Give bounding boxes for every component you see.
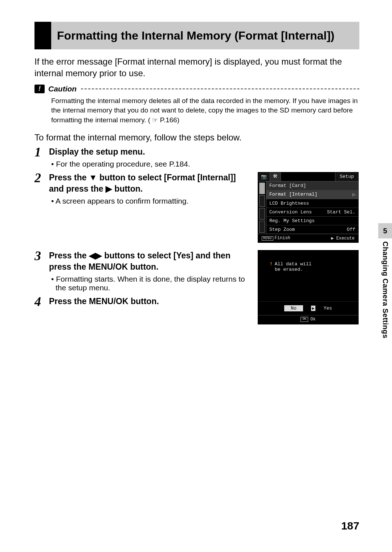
lcd-menu-row: Step Zoom Off [266,225,358,234]
lcd-setup-menu: 📷 🛠 Setup Format [Card [258,172,359,243]
chapter-thumb-tab: 5 Changing Camera Settings [378,223,392,339]
step-note: For the operating procedure, see P.184. [49,160,359,168]
menu-badge-icon: MENU [262,236,273,241]
caution-heading-row: ! Caution [34,85,359,93]
play-icon: ▶ [331,236,334,241]
step-title-part: button. [112,184,143,193]
section-title-block: Formatting the Internal Memory (Format [… [34,22,359,49]
lcd-menu-row: Format [Card] [266,181,358,190]
menu-item-label: Format [Internal] [269,192,318,197]
lcd-scroll-indicator [258,181,266,234]
chapter-number: 5 [378,223,392,238]
step-title-part: Press the [49,251,89,260]
caution-text-after: ) [177,116,179,124]
lcd-message-box: !All data will be erased. [258,250,358,301]
menu-item-value: Start Sel. [327,209,355,215]
down-arrow-symbol: ▼ [89,173,97,182]
lcd-tab-setup: Setup [335,172,358,181]
lcd-confirm-dialog: !All data will be erased. No ▶ Yes OK Ok [258,250,359,324]
step-title: Press the ◀▶ buttons to select [Yes] and… [49,250,249,273]
step-number: 3 [34,249,49,262]
caution-label: Caution [48,85,77,93]
scroll-seg [259,183,265,194]
caution-ref: P.166 [160,116,177,124]
crossref-icon: ☞ [152,116,158,125]
lcd-menu-row: Reg. My Settings [266,216,358,225]
lcd-choice-yes: Yes [323,306,332,311]
menu-item-label: Reg. My Settings [269,218,315,224]
followup-paragraph: To format the internal memory, follow th… [34,132,359,143]
step-note: Formatting starts. When it is done, the … [49,275,249,292]
lcd-menu-row: Conversion Lens Start Sel. [266,208,358,216]
warning-icon: ! [270,261,273,267]
lcd-choice-no: No [284,305,303,311]
lcd-tab-camera: 📷 [258,172,270,181]
lcd-menu-row: LCD Brightness [266,199,358,208]
scroll-seg [259,195,265,207]
caution-text-before: Formatting the internal memory deletes a… [51,97,358,124]
lcd-msg-line1: All data will [275,261,311,267]
menu-item-label: LCD Brightness [269,201,309,206]
caution-icon: ! [34,85,45,93]
chapter-title: Changing Camera Settings [381,241,389,339]
right-arrow-symbol: ▶ [106,184,112,193]
menu-item-label: Conversion Lens [269,209,312,215]
step-number: 4 [34,295,49,308]
footer-left-text: Finish [275,236,290,241]
section-title: Formatting the Internal Memory (Format [… [51,22,340,49]
lcd-footer-left: MENUFinish [262,236,290,241]
step-number: 1 [34,146,49,159]
step-title: Press the MENU/OK button. [49,296,249,307]
lcd-tab-row: 📷 🛠 Setup [258,172,358,181]
menu-item-value: Off [347,227,355,232]
lcd-footer: MENUFinish ▶ Execute [258,234,358,242]
right-triangle-icon: ▶ [311,306,316,311]
tools-icon: 🛠 [273,174,278,179]
lcd-ok-row: OK Ok [258,315,358,324]
step-3: 3 Press the ◀▶ buttons to select [Yes] a… [34,250,249,292]
caution-body: Formatting the internal memory deletes a… [51,96,359,125]
lcd-footer-right: ▶ Execute [331,236,355,241]
title-black-bar [34,22,51,49]
footer-right-text: Execute [336,236,355,241]
step-number: 2 [34,171,49,184]
menu-item-label: Step Zoom [269,227,295,232]
right-triangle-icon: ▷ [352,192,355,197]
camera-icon: 📷 [261,174,267,180]
step-2: 2 Press the ▼ button to select [Format [… [34,172,249,205]
scroll-seg [259,221,265,232]
step-title-part: Press the [49,173,89,182]
step-title: Press the ▼ button to select [Format [In… [49,172,249,195]
step-note: A screen appears to confirm formatting. [49,197,249,205]
lcd-choice-row: No ▶ Yes [258,301,358,315]
step-1: 1 Display the setup menu. For the operat… [34,146,359,168]
intro-paragraph: If the error message [Format internal me… [34,56,359,79]
scroll-seg [259,208,265,220]
lcd-menu-row-selected: Format [Internal] ▷ [266,190,358,199]
steps-list: 1 Display the setup menu. For the operat… [34,146,359,330]
step-title: Display the setup menu. [49,146,359,158]
left-right-arrow-symbol: ◀▶ [89,251,102,260]
lcd-tab-tools: 🛠 [270,172,281,181]
menu-item-label: Format [Card] [269,183,306,188]
lcd-msg-line2: be erased. [270,267,352,272]
lcd-ok-label: Ok [310,317,315,322]
page-number: 187 [341,520,359,532]
lcd-menu-list: Format [Card] Format [Internal] ▷ LCD Br… [266,181,358,234]
step-4: 4 Press the MENU/OK button. [34,296,249,308]
dashed-rule [81,89,359,89]
ok-badge-icon: OK [301,317,308,322]
